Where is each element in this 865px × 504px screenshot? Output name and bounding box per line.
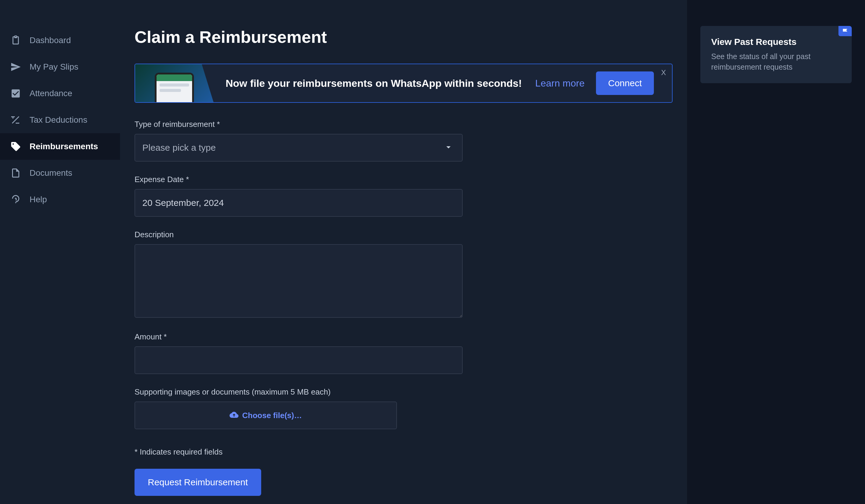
content-panel: Claim a Reimbursement Now file your reim…: [120, 0, 687, 504]
past-requests-title: View Past Requests: [711, 37, 841, 47]
sidebar-item-label: Reimbursements: [30, 142, 98, 151]
amount-input[interactable]: [135, 346, 463, 374]
file-upload-text: Choose file(s)…: [242, 411, 302, 420]
sidebar-item-label: Attendance: [30, 89, 72, 98]
clipboard-icon: [10, 35, 21, 46]
request-reimbursement-button[interactable]: Request Reimbursement: [135, 469, 261, 496]
sidebar-item-documents[interactable]: Documents: [0, 160, 120, 186]
sidebar-item-dashboard[interactable]: Dashboard: [0, 27, 120, 54]
sidebar-item-label: Tax Deductions: [30, 115, 87, 125]
sidebar-item-tax-deductions[interactable]: Tax Deductions: [0, 107, 120, 133]
tag-icon: [10, 141, 21, 152]
required-note: * Indicates required fields: [135, 447, 672, 457]
type-group: Type of reimbursement * Please pick a ty…: [135, 120, 672, 162]
sidebar-item-payslips[interactable]: My Pay Slips: [0, 54, 120, 80]
check-box-icon: [10, 88, 21, 99]
close-icon[interactable]: X: [661, 68, 666, 77]
description-label: Description: [135, 230, 672, 239]
sidebar-item-help[interactable]: Help: [0, 186, 120, 213]
description-group: Description: [135, 230, 672, 319]
connect-button[interactable]: Connect: [596, 71, 654, 95]
amount-label: Amount *: [135, 332, 672, 341]
file-group: Supporting images or documents (maximum …: [135, 387, 672, 429]
amount-group: Amount *: [135, 332, 672, 374]
expense-date-input[interactable]: [135, 189, 463, 217]
sidebar-item-label: My Pay Slips: [30, 62, 78, 72]
document-icon: [10, 167, 21, 178]
phone-mock-icon: [155, 73, 194, 103]
help-icon: [10, 194, 21, 205]
file-label: Supporting images or documents (maximum …: [135, 387, 672, 397]
learn-more-link[interactable]: Learn more: [535, 78, 585, 89]
sidebar-item-label: Documents: [30, 168, 72, 178]
upload-icon: [230, 410, 239, 421]
flag-icon: [839, 26, 852, 36]
past-requests-subtitle: See the status of all your past reimburs…: [711, 51, 841, 72]
file-upload-button[interactable]: Choose file(s)…: [135, 401, 397, 429]
sidebar: Dashboard My Pay Slips Attendance Tax De…: [0, 0, 120, 504]
plus-minus-icon: [10, 115, 21, 125]
past-requests-card[interactable]: View Past Requests See the status of all…: [700, 26, 852, 83]
send-icon: [10, 61, 21, 72]
whatsapp-banner: Now file your reimbursements on WhatsApp…: [135, 63, 672, 103]
type-select[interactable]: Please pick a type: [135, 134, 463, 162]
type-label: Type of reimbursement *: [135, 120, 672, 129]
sidebar-item-attendance[interactable]: Attendance: [0, 80, 120, 107]
description-textarea[interactable]: [135, 244, 463, 318]
date-label: Expense Date *: [135, 175, 672, 184]
main-area: Claim a Reimbursement Now file your reim…: [120, 0, 865, 504]
date-group: Expense Date *: [135, 175, 672, 217]
page-title: Claim a Reimbursement: [135, 27, 672, 47]
side-area: View Past Requests See the status of all…: [687, 0, 865, 504]
sidebar-item-reimbursements[interactable]: Reimbursements: [0, 133, 120, 160]
sidebar-item-label: Help: [30, 195, 47, 204]
banner-text: Now file your reimbursements on WhatsApp…: [214, 78, 535, 89]
sidebar-item-label: Dashboard: [30, 36, 71, 45]
banner-illustration: [135, 64, 214, 102]
